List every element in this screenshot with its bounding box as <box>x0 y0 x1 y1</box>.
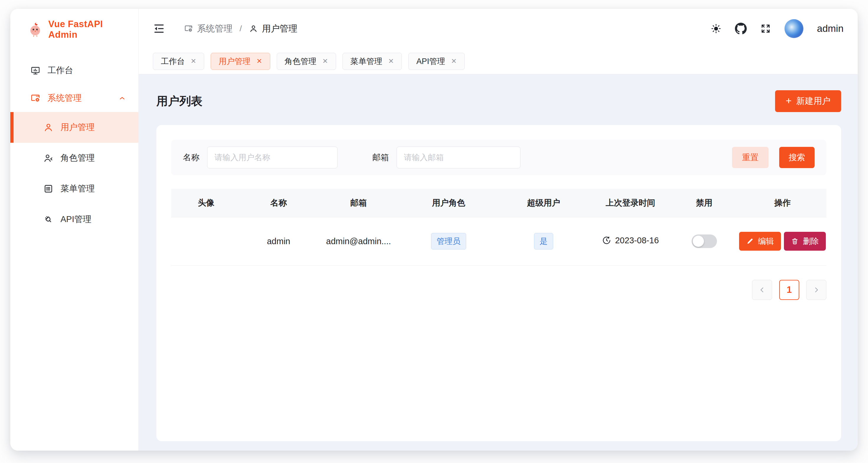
top-bar: 系统管理 / 用户管理 <box>139 9 858 48</box>
sidebar-menu: 工作台 系统管理 <box>10 57 138 235</box>
app-title: Vue FastAPI Admin <box>49 19 132 40</box>
chevron-left-icon <box>758 286 766 294</box>
close-icon[interactable]: ✕ <box>256 58 262 65</box>
sidebar-item-menus[interactable]: 菜单管理 <box>10 173 138 204</box>
sidebar-item-workbench[interactable]: 工作台 <box>10 57 138 84</box>
column-actions: 操作 <box>739 189 827 217</box>
close-icon[interactable]: ✕ <box>322 58 328 65</box>
breadcrumb-item-users[interactable]: 用户管理 <box>249 23 298 35</box>
fullscreen-button[interactable] <box>760 23 771 34</box>
sun-icon <box>711 23 721 34</box>
menu-list-icon <box>43 184 53 194</box>
sidebar-item-label: 菜单管理 <box>60 183 95 195</box>
screen: Vue FastAPI Admin 工作台 <box>0 0 868 463</box>
plug-icon <box>43 214 53 224</box>
email-filter-input[interactable] <box>397 146 521 168</box>
chevron-up-icon <box>118 94 126 102</box>
role-badge: 管理员 <box>431 233 466 250</box>
tab-users[interactable]: 用户管理 ✕ <box>211 53 270 70</box>
system-window-gear-icon <box>184 24 193 33</box>
table-header-row: 头像 名称 邮箱 用户角色 超级用户 上次登录时间 禁用 操作 <box>171 189 827 217</box>
close-icon[interactable]: ✕ <box>191 58 196 65</box>
cell-last-login: 2023-08-16 <box>591 217 670 265</box>
create-user-button[interactable]: + 新建用户 <box>775 90 841 112</box>
breadcrumb: 系统管理 / 用户管理 <box>184 23 298 35</box>
chick-logo-icon <box>27 22 43 37</box>
page-title: 用户列表 <box>156 93 203 109</box>
edit-button[interactable]: 编辑 <box>739 232 781 251</box>
table-panel: 名称 邮箱 重置 搜索 <box>156 125 841 441</box>
sidebar-item-api[interactable]: API管理 <box>10 204 138 235</box>
column-avatar: 头像 <box>171 189 241 217</box>
collapse-sidebar-button[interactable] <box>153 23 165 35</box>
role-icon <box>43 153 53 163</box>
top-right-actions: admin <box>711 19 843 38</box>
cell-name: admin <box>241 217 316 265</box>
breadcrumb-item-system[interactable]: 系统管理 <box>184 23 232 35</box>
tab-label: 用户管理 <box>219 56 250 67</box>
cell-disabled <box>670 217 739 265</box>
column-last-login: 上次登录时间 <box>591 189 670 217</box>
filter-bar: 名称 邮箱 重置 搜索 <box>171 140 827 175</box>
users-table: 头像 名称 邮箱 用户角色 超级用户 上次登录时间 禁用 操作 <box>171 189 827 266</box>
theme-toggle-button[interactable] <box>711 23 721 34</box>
cell-superuser: 是 <box>496 217 591 265</box>
last-login-value: 2023-08-16 <box>615 236 659 245</box>
sidebar-item-label: 用户管理 <box>60 122 95 133</box>
username-label[interactable]: admin <box>817 23 843 34</box>
column-disabled: 禁用 <box>670 189 739 217</box>
monitor-icon <box>30 65 40 75</box>
collapse-sidebar-icon <box>153 23 165 35</box>
column-role: 用户角色 <box>401 189 496 217</box>
breadcrumb-separator: / <box>238 24 244 33</box>
sidebar-item-system[interactable]: 系统管理 <box>10 84 138 112</box>
user-avatar[interactable] <box>784 19 803 38</box>
superuser-badge: 是 <box>534 233 553 250</box>
reset-button[interactable]: 重置 <box>732 147 769 168</box>
sidebar-item-users[interactable]: 用户管理 <box>10 112 138 143</box>
trash-icon <box>791 237 799 245</box>
cell-avatar <box>171 217 241 265</box>
close-icon[interactable]: ✕ <box>451 58 457 65</box>
tab-menus[interactable]: 菜单管理 ✕ <box>343 53 402 70</box>
cell-email: admin@admin.... <box>316 217 401 265</box>
next-page-button[interactable] <box>806 280 827 300</box>
sidebar-item-label: 角色管理 <box>60 152 95 164</box>
tab-bar: 工作台 ✕ 用户管理 ✕ 角色管理 ✕ 菜单管理 ✕ API管理 ✕ <box>139 48 858 74</box>
pagination: 1 <box>171 280 827 300</box>
page-content: 用户列表 + 新建用户 名称 邮箱 <box>139 74 858 451</box>
toggle-knob <box>693 236 704 247</box>
delete-button[interactable]: 删除 <box>784 232 826 251</box>
delete-label: 删除 <box>803 236 819 246</box>
tab-roles[interactable]: 角色管理 ✕ <box>277 53 336 70</box>
app-logo[interactable]: Vue FastAPI Admin <box>10 9 138 49</box>
tab-label: API管理 <box>416 56 445 67</box>
close-icon[interactable]: ✕ <box>388 58 394 65</box>
sidebar-item-roles[interactable]: 角色管理 <box>10 143 138 173</box>
user-icon <box>43 122 53 132</box>
chevron-right-icon <box>812 286 820 294</box>
name-filter-label: 名称 <box>183 152 199 163</box>
github-button[interactable] <box>735 23 747 34</box>
plus-icon: + <box>786 95 792 106</box>
search-button[interactable]: 搜索 <box>779 147 815 168</box>
table-row: admin admin@admin.... 管理员 是 <box>171 217 827 265</box>
page-number-button[interactable]: 1 <box>779 280 799 300</box>
breadcrumb-label: 用户管理 <box>262 23 298 35</box>
tab-workbench[interactable]: 工作台 ✕ <box>153 53 204 70</box>
tab-api[interactable]: API管理 ✕ <box>408 53 465 70</box>
app-container: Vue FastAPI Admin 工作台 <box>10 9 858 451</box>
page-header-row: 用户列表 + 新建用户 <box>156 90 841 112</box>
cell-actions: 编辑 删除 <box>739 217 827 265</box>
name-filter-input[interactable] <box>207 146 338 168</box>
column-name: 名称 <box>241 189 316 217</box>
column-email: 邮箱 <box>316 189 401 217</box>
tab-label: 工作台 <box>161 56 185 67</box>
prev-page-button[interactable] <box>752 280 772 300</box>
main-area: 系统管理 / 用户管理 <box>139 9 858 451</box>
clock-icon <box>602 236 611 245</box>
create-user-label: 新建用户 <box>796 95 831 107</box>
disabled-toggle[interactable] <box>691 234 717 248</box>
tab-label: 菜单管理 <box>350 56 382 67</box>
edit-label: 编辑 <box>758 236 774 246</box>
